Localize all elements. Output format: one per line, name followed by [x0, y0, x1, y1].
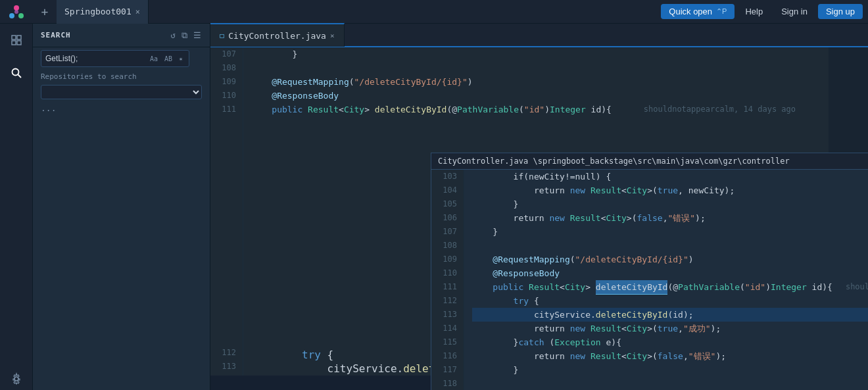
svg-point-3	[14, 10, 18, 14]
three-dots[interactable]: ...	[33, 101, 210, 116]
popup-line-105: }	[472, 197, 868, 211]
search-options: Aa AB ✶	[148, 55, 185, 63]
search-query-row: Aa AB ✶	[33, 47, 210, 70]
quick-open-button[interactable]: Quick open ⌃P	[661, 4, 735, 19]
sidebar: SEARCH ↺ ⧉ ☰ Aa AB ✶ Repositories to sea…	[33, 24, 210, 390]
popup-line-104: return new Result<City>(true, newCity);	[472, 183, 868, 197]
new-tab-button[interactable]: +	[33, 0, 57, 24]
svg-point-1	[9, 13, 14, 18]
code-line-110: @ResponseBody	[251, 89, 868, 103]
tab-close-icon[interactable]: ×	[135, 7, 140, 16]
title-bar: + Springboot001 × Quick open ⌃P Help Sig…	[0, 0, 868, 24]
signup-button[interactable]: Sign up	[818, 4, 863, 19]
editor-tab-close[interactable]: ×	[330, 32, 335, 40]
main-layout: SEARCH ↺ ⧉ ☰ Aa AB ✶ Repositories to sea…	[0, 24, 868, 390]
popup-line-103: if(newCity!=null) {	[472, 170, 868, 183]
svg-rect-5	[17, 36, 21, 39]
popup-line-112: try {	[472, 294, 868, 308]
help-button[interactable]: Help	[737, 4, 771, 19]
editor-tab-label: CityController.java	[228, 31, 326, 41]
search-activity-icon[interactable]	[5, 62, 28, 84]
svg-line-9	[18, 75, 21, 78]
sidebar-header: SEARCH ↺ ⧉ ☰	[33, 24, 210, 47]
svg-rect-4	[12, 36, 16, 39]
popup-line-111: public Result<City> deleteCityById(@Path…	[472, 280, 868, 294]
popup-line-numbers: 103104105106107 108109110111 11211311411…	[431, 170, 464, 390]
repos-dropdown[interactable]	[41, 85, 202, 99]
popup-code-lines: if(newCity!=null) { return new Result<Ci…	[464, 170, 868, 390]
svg-rect-6	[12, 41, 16, 45]
line-num-108: 108	[210, 61, 236, 75]
repos-label: Repositories to search	[33, 70, 210, 84]
line-num-109: 109	[210, 75, 236, 89]
popup-header: CityController.java \springboot_backstag…	[431, 153, 868, 170]
search-input[interactable]	[45, 54, 144, 63]
line-num-110: 110	[210, 89, 236, 103]
popup-body: 103104105106107 108109110111 11211311411…	[431, 170, 868, 390]
svg-point-0	[14, 5, 19, 11]
svg-rect-7	[17, 41, 21, 45]
tab-bar: ◻ CityController.java ×	[210, 24, 868, 47]
editor-tab-city-controller[interactable]: ◻ CityController.java ×	[210, 23, 345, 47]
popup-line-114: return new Result<City>(true,"成功");	[472, 322, 868, 335]
repos-dropdown-row	[33, 84, 210, 101]
regex-toggle[interactable]: ✶	[177, 55, 185, 63]
editor-area: ◻ CityController.java × 107 108 109 110 …	[210, 24, 868, 390]
sidebar-header-icons: ↺ ⧉ ☰	[170, 30, 202, 41]
popup-line-108	[472, 239, 868, 253]
svg-point-2	[18, 13, 24, 18]
code-line-111: public Result<City> deleteCityById(@Path…	[251, 103, 868, 116]
activity-bar	[0, 24, 33, 390]
line-num-111: 111	[210, 103, 236, 116]
popup-breadcrumb: CityController.java \springboot_backstag…	[438, 157, 868, 166]
svg-point-8	[12, 69, 18, 76]
popup-code-inner: 103104105106107 108109110111 11211311411…	[431, 170, 868, 390]
line-num-107: 107	[210, 47, 236, 61]
search-input-wrap: Aa AB ✶	[41, 50, 189, 67]
line-numbers: 107 108 109 110 111	[210, 47, 243, 390]
tab-label: Springboot001	[64, 7, 132, 16]
code-line-108	[251, 61, 868, 75]
popup-line-118	[472, 377, 868, 390]
popup-line-110: @ResponseBody	[472, 266, 868, 280]
bottom-line-numbers: 112 113	[210, 348, 243, 376]
logo	[0, 5, 33, 19]
popup-code-area: 103104105106107 108109110111 11211311411…	[431, 170, 868, 390]
code-line-107: }	[251, 47, 868, 61]
collapse-icon[interactable]: ⧉	[181, 30, 188, 41]
popup-line-117: }	[472, 363, 868, 377]
refresh-icon[interactable]: ↺	[170, 30, 176, 41]
hover-popup: CityController.java \springboot_backstag…	[431, 153, 868, 390]
title-bar-actions: Quick open ⌃P Help Sign in Sign up	[661, 4, 863, 19]
popup-line-109: @RequestMapping("/deleteCityById/{id}")	[472, 253, 868, 266]
popup-line-106: return new Result<City>(false,"错误");	[472, 211, 868, 225]
popup-line-107: }	[472, 225, 868, 239]
quick-open-kbd: ⌃P	[716, 7, 727, 16]
signin-button[interactable]: Sign in	[773, 4, 815, 19]
sidebar-title: SEARCH	[41, 31, 170, 39]
popup-line-113: cityService.deleteCityById(id);	[472, 308, 868, 322]
tab-springboot001[interactable]: Springboot001 ×	[57, 0, 149, 24]
clear-icon[interactable]: ☰	[193, 30, 202, 41]
whole-word-toggle[interactable]: AB	[162, 55, 174, 63]
explorer-icon[interactable]	[5, 29, 28, 51]
file-icon: ◻	[220, 31, 224, 40]
case-sensitive-toggle[interactable]: Aa	[148, 55, 160, 63]
popup-line-115: }catch (Exception e){	[472, 335, 868, 349]
code-line-109: @RequestMapping("/deleteCityById/{id}")	[251, 75, 868, 89]
settings-activity-icon[interactable]	[5, 368, 28, 390]
popup-line-116: return new Result<City>(false,"错误");	[472, 349, 868, 363]
